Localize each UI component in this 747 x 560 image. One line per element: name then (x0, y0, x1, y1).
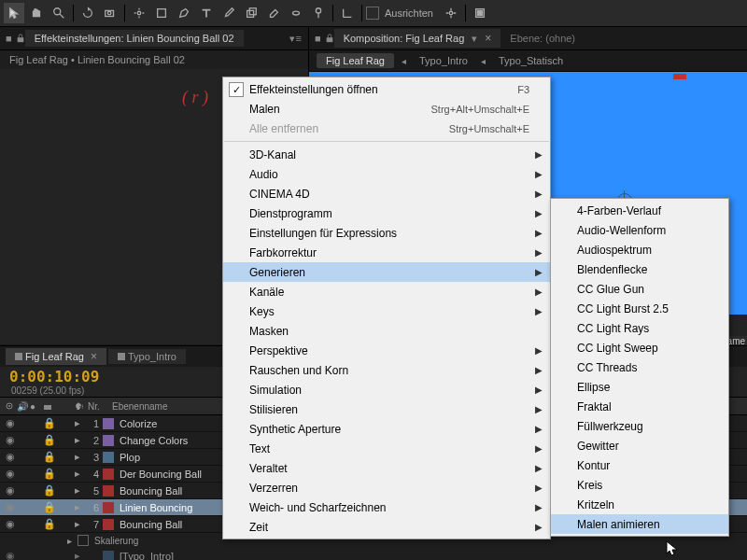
anchor-tool[interactable] (129, 3, 149, 23)
layer-handle[interactable] (673, 74, 686, 79)
timecode[interactable]: 0:00:10:09 (9, 368, 99, 385)
camera-tool[interactable] (100, 3, 120, 23)
comp-nav-tab[interactable]: Typo_Intro (414, 53, 473, 68)
snap-checkbox[interactable] (366, 7, 379, 20)
twirl-icon[interactable]: ▸ (67, 536, 72, 546)
lock-icon[interactable]: 🔒 (43, 501, 75, 513)
comp-panel-tab[interactable]: Komposition: Fig Leaf Rag ▾ × (334, 29, 501, 48)
menu-item[interactable]: Stilisieren▶ (223, 399, 550, 419)
twirl-icon[interactable]: ▸ (75, 451, 84, 463)
timeline-tab[interactable]: Typo_Intro (108, 349, 186, 364)
lock-icon[interactable]: 🔒 (43, 434, 75, 446)
snap-opt-icon[interactable] (441, 3, 461, 23)
menu-item[interactable]: Audio-Wellenform (551, 220, 728, 240)
eye-icon[interactable]: ◉ (4, 484, 17, 497)
lock-icon[interactable]: 🔒 (43, 468, 75, 480)
menu-item[interactable]: Masken (223, 321, 550, 341)
pin-tool[interactable] (308, 3, 329, 23)
effects-panel-tab[interactable]: Effekteinstellungen: Linien Bouncing Bal… (25, 30, 244, 47)
menu-item[interactable]: Keys▶ (223, 301, 550, 321)
menu-item[interactable]: MalenStrg+Alt+Umschalt+E (223, 99, 550, 119)
menu-item[interactable]: Blendenflecke (551, 259, 728, 279)
keyframe-toggle[interactable] (78, 535, 89, 546)
timeline-tab[interactable]: Fig Leaf Rag× (6, 348, 106, 365)
menu-item[interactable]: CC Threads (551, 357, 728, 377)
layer-color[interactable] (103, 418, 114, 429)
lock-icon[interactable]: 🔒 (43, 417, 75, 429)
menu-item[interactable]: Generieren▶ (223, 262, 550, 282)
mask-mode-icon[interactable] (470, 3, 490, 23)
menu-item[interactable]: ✓Effekteinstellungen öffnenF3 (223, 79, 550, 99)
menu-item[interactable]: Ellipse (551, 377, 728, 397)
menu-item[interactable]: Veraltet▶ (223, 458, 550, 478)
comp-nav-tab[interactable]: Typo_Statisch (493, 53, 569, 68)
twirl-icon[interactable]: ▸ (75, 468, 84, 480)
panel-menu-icon[interactable]: ▾≡ (289, 33, 303, 45)
lock-icon[interactable]: 🔒 (43, 518, 75, 530)
layer-color[interactable] (103, 469, 114, 480)
menu-item[interactable]: 3D-Kanal▶ (223, 145, 550, 164)
layer-color[interactable] (103, 435, 114, 446)
layer-color[interactable] (103, 519, 114, 530)
twirl-icon[interactable]: ▸ (75, 518, 84, 530)
twirl-icon[interactable]: ▸ (75, 501, 84, 513)
clone-tool[interactable] (241, 3, 261, 23)
menu-item[interactable]: Kontur (551, 455, 728, 475)
eye-icon[interactable]: ◉ (4, 434, 17, 446)
menu-item[interactable]: Kanäle▶ (223, 282, 550, 301)
lock-icon[interactable]: 🔒 (43, 451, 75, 463)
menu-item[interactable]: Fraktal (551, 397, 728, 416)
twirl-icon[interactable]: ▸ (75, 434, 84, 446)
menu-item[interactable]: Füllwerkzeug (551, 416, 728, 436)
lock-icon[interactable]: 🔒 (43, 484, 75, 497)
eye-icon[interactable]: ◉ (4, 417, 17, 429)
menu-item[interactable]: Dienstprogramm▶ (223, 203, 550, 223)
layer-color[interactable] (103, 485, 114, 497)
menu-item[interactable]: CC Light Sweep (551, 338, 728, 357)
rect-tool[interactable] (151, 3, 172, 23)
menu-item[interactable]: Rauschen und Korn▶ (223, 360, 550, 380)
comp-nav-tab[interactable]: Fig Leaf Rag (317, 53, 394, 68)
selection-tool[interactable] (4, 3, 24, 23)
menu-item[interactable]: Einstellungen für Expressions▶ (223, 223, 550, 243)
menu-item[interactable]: Kreis (551, 475, 728, 495)
layer-color[interactable] (103, 502, 114, 513)
menu-item[interactable]: Perspektive▶ (223, 341, 550, 360)
axis-tool[interactable] (337, 3, 358, 23)
hand-tool[interactable] (26, 3, 47, 23)
menu-item[interactable]: CC Glue Gun (551, 279, 728, 299)
pen-tool[interactable] (174, 3, 194, 23)
eye-icon[interactable]: ◉ (4, 501, 17, 513)
roto-tool[interactable] (286, 3, 306, 23)
layer-color[interactable] (103, 452, 114, 463)
eraser-tool[interactable] (263, 3, 284, 23)
menu-item[interactable]: Gewitter (551, 436, 728, 455)
close-icon[interactable]: × (91, 350, 97, 363)
menu-item[interactable]: CC Light Rays (551, 318, 728, 338)
rotate-tool[interactable] (78, 3, 98, 23)
menu-item[interactable]: Audiospektrum (551, 240, 728, 259)
menu-item[interactable]: Audio▶ (223, 164, 550, 184)
eye-icon[interactable]: ◉ (4, 468, 17, 480)
menu-item[interactable]: Kritzeln (551, 495, 728, 514)
menu-item[interactable]: Zeit▶ (223, 517, 550, 537)
text-tool[interactable] (196, 3, 217, 23)
menu-item[interactable]: Text▶ (223, 439, 550, 458)
twirl-icon[interactable]: ▸ (75, 484, 84, 497)
brush-tool[interactable] (218, 3, 239, 23)
layer-panel-tab[interactable]: Ebene: (ohne) (500, 30, 585, 47)
menu-item[interactable]: 4-Farben-Verlauf (551, 201, 728, 220)
menu-item[interactable]: CINEMA 4D▶ (223, 184, 550, 203)
menu-item[interactable]: Weich- und Scharfzeichnen▶ (223, 497, 550, 517)
menu-item[interactable]: Farbkorrektur▶ (223, 243, 550, 262)
menu-item[interactable]: Malen animieren (551, 514, 728, 534)
close-icon[interactable]: × (485, 32, 491, 45)
zoom-tool[interactable] (49, 3, 69, 23)
menu-item[interactable]: Simulation▶ (223, 380, 550, 399)
menu-item[interactable]: Verzerren▶ (223, 478, 550, 497)
eye-icon[interactable]: ◉ (4, 451, 17, 463)
twirl-icon[interactable]: ▸ (75, 417, 84, 429)
eye-icon[interactable]: ◉ (4, 518, 17, 530)
menu-item[interactable]: CC Light Burst 2.5 (551, 299, 728, 318)
menu-item[interactable]: Synthetic Aperture▶ (223, 419, 550, 439)
